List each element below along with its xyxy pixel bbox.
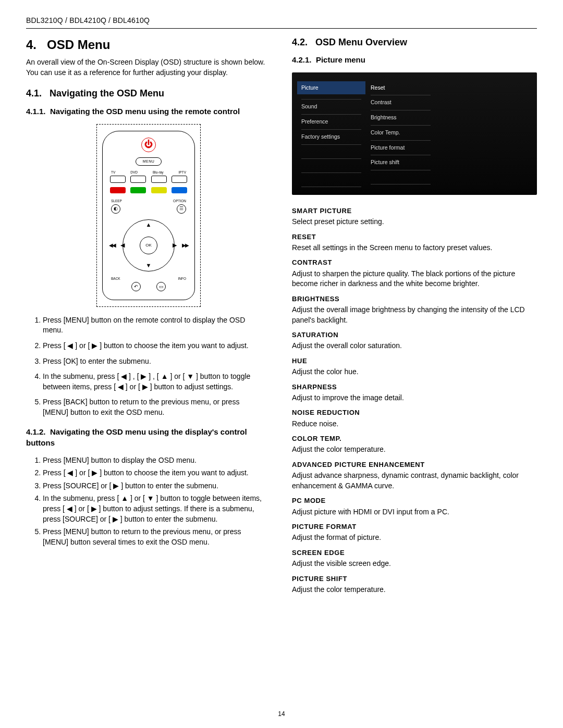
def-body: Adjust to sharpen the picture quality. T…	[292, 269, 537, 289]
def-term: BRIGHTNESS	[292, 294, 537, 304]
osd-item-picture: Picture	[297, 81, 365, 95]
osd-item-brightness: Brightness	[371, 110, 431, 126]
back-info-buttons: ↶ ▭	[108, 282, 189, 291]
osd-right-column: Reset Contrast Brightness Color Temp. Pi…	[371, 81, 431, 184]
tv-button	[110, 176, 126, 183]
def-term: SMART PICTURE	[292, 206, 537, 216]
def-term: NOISE REDUCTION	[292, 408, 537, 417]
section-4-1-1-heading: 4.1.1. Navigating the OSD menu using the…	[26, 106, 271, 117]
osd-item-preference: Preference	[301, 115, 361, 130]
remote-dotted-border: ⏻ MENU TV DVD Blu-ray IPTV	[96, 124, 201, 307]
forward-icon: ▶▶	[182, 242, 188, 249]
section-4-heading: 4. OSD Menu	[26, 36, 271, 54]
def-term: PICTURE SHIFT	[292, 574, 537, 584]
info-icon: ▭	[156, 282, 166, 291]
right-arrow-icon: ▶	[173, 241, 177, 249]
def-term: ADVANCED PICTURE ENHANCEMENT	[292, 460, 537, 470]
sleep-label: SLEEP	[111, 199, 122, 203]
sleep-option-labels: SLEEP OPTION	[108, 199, 189, 203]
red-button	[110, 187, 126, 193]
def-body: Adjust the overall color saturation.	[292, 341, 537, 351]
dvd-button	[130, 176, 146, 183]
iptv-label: IPTV	[179, 170, 186, 175]
right-column: 4.2. OSD Menu Overview 4.2.1. Picture me…	[292, 36, 537, 599]
heading-text: Picture menu	[316, 55, 365, 64]
osd-item-factory: Factory settings	[301, 130, 361, 145]
osd-blank-row	[301, 173, 361, 187]
heading-text: Navigating the OSD menu using the displa…	[26, 427, 247, 447]
navigation-ring: ▲ ▼ ◀ ▶ ◀◀ ▶▶ OK	[108, 217, 189, 274]
back-info-labels: BACK INFO	[108, 276, 189, 281]
def-body: Adjust the color temperature.	[292, 585, 537, 595]
page-number: 14	[0, 710, 563, 719]
osd-item-pictureformat: Picture format	[371, 141, 431, 156]
list-item: Press [ ◀ ] or [ ▶ ] button to choose th…	[43, 341, 271, 351]
section-intro: An overall view of the On-Screen Display…	[26, 57, 271, 78]
heading-number: 4.1.2.	[26, 427, 46, 436]
sleep-icon: ◐	[111, 204, 120, 214]
left-column: 4. OSD Menu An overall view of the On-Sc…	[26, 36, 271, 599]
yellow-button	[151, 187, 167, 193]
list-item: Press [MENU] button to display the OSD m…	[43, 455, 271, 466]
section-4-2-heading: 4.2. OSD Menu Overview	[292, 36, 537, 49]
def-term: CONTRAST	[292, 258, 537, 267]
def-body: Adjust the format of picture.	[292, 533, 537, 543]
left-arrow-icon: ◀	[120, 241, 125, 249]
blue-button	[172, 187, 187, 193]
heading-number: 4.2.1.	[292, 55, 312, 64]
heading-number: 4.	[26, 38, 36, 52]
heading-text: OSD Menu Overview	[315, 37, 407, 47]
back-label: BACK	[111, 276, 120, 281]
content-columns: 4. OSD Menu An overall view of the On-Sc…	[26, 36, 537, 599]
info-label: INFO	[178, 276, 186, 281]
heading-number: 4.1.	[26, 88, 42, 98]
list-item: Press [BACK] button to return to the pre…	[43, 397, 271, 417]
iptv-button	[172, 176, 187, 183]
definitions-list: SMART PICTURE Select preset picture sett…	[292, 206, 537, 595]
source-labels-row: TV DVD Blu-ray IPTV	[108, 170, 189, 175]
def-body: Adjust the overall image brightness by c…	[292, 305, 537, 325]
osd-left-column: Picture Sound Preference Factory setting…	[301, 81, 361, 184]
color-buttons-row	[108, 187, 189, 193]
def-body: Select preset picture setting.	[292, 217, 537, 227]
dvd-label: DVD	[130, 170, 138, 175]
section-4-1-heading: 4.1. Navigating the OSD Menu	[26, 87, 271, 100]
list-item: In the submenu, press [ ◀ ] , [ ▶ ] , [ …	[43, 372, 271, 392]
osd-item-sound: Sound	[301, 100, 361, 115]
list-item: In the submenu, press [ ▲ ] or [ ▼ ] but…	[43, 493, 271, 524]
def-body: Adjust to improve the image detail.	[292, 393, 537, 403]
osd-blank-row	[371, 170, 431, 184]
heading-number: 4.1.1.	[26, 107, 46, 116]
list-item: Press [MENU] button to return to the pre…	[43, 527, 271, 547]
def-term: SHARPNESS	[292, 382, 537, 392]
osd-item-pictureshift: Picture shift	[371, 155, 431, 170]
bluray-label: Blu-ray	[153, 170, 164, 175]
osd-blank-row	[301, 145, 361, 159]
sleep-option-buttons: ◐ ☰	[108, 204, 189, 214]
def-term: RESET	[292, 232, 537, 242]
option-icon: ☰	[177, 204, 186, 214]
def-body: Adjust the color temperature.	[292, 445, 537, 455]
heading-number: 4.2.	[292, 37, 308, 47]
heading-text: OSD Menu	[47, 38, 110, 52]
def-term: PC MODE	[292, 496, 537, 505]
ok-button: OK	[140, 237, 157, 254]
osd-item-contrast: Contrast	[371, 95, 431, 110]
def-term: SATURATION	[292, 330, 537, 340]
osd-blank-row	[301, 159, 361, 173]
menu-button: MENU	[136, 157, 162, 166]
list-item: Press [MENU] button on the remote contro…	[43, 315, 271, 336]
page-header: BDL3210Q / BDL4210Q / BDL4610Q	[26, 16, 537, 29]
osd-item-colortemp: Color Temp.	[371, 126, 431, 141]
heading-text: Navigating the OSD Menu	[50, 88, 164, 98]
bluray-button	[151, 176, 167, 183]
steps-4-1-1: Press [MENU] button on the remote contro…	[43, 315, 271, 418]
heading-text: Navigating the OSD menu using the remote…	[50, 107, 240, 116]
def-term: COLOR TEMP.	[292, 434, 537, 443]
steps-4-1-2: Press [MENU] button to display the OSD m…	[43, 455, 271, 548]
down-arrow-icon: ▼	[146, 262, 152, 269]
remote-illustration: ⏻ MENU TV DVD Blu-ray IPTV	[26, 124, 271, 307]
osd-item-reset: Reset	[371, 81, 431, 96]
def-term: PICTURE FORMAT	[292, 522, 537, 532]
def-body: Adjust the visible screen edge.	[292, 559, 537, 569]
